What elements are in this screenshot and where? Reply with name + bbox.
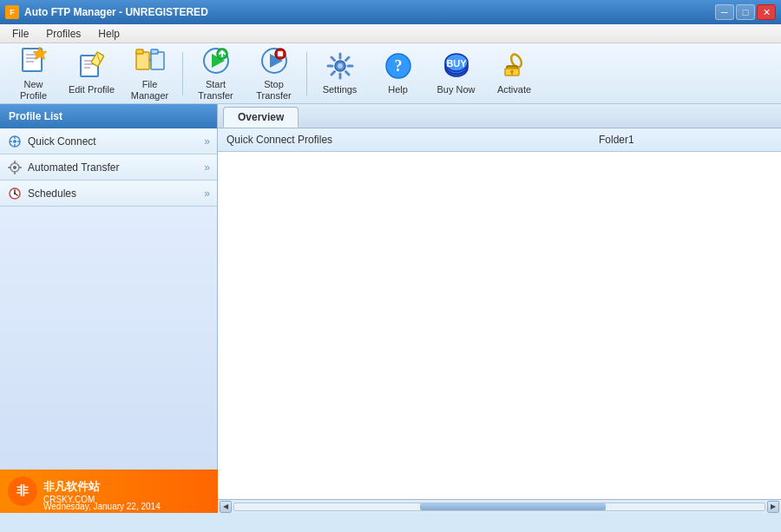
watermark-date: Wednesday, January 22, 2014 [43, 502, 161, 511]
stop-transfer-button[interactable]: Stop Transfer [246, 47, 302, 101]
scrollbar-track[interactable] [233, 502, 765, 511]
app-icon: F [5, 5, 19, 19]
overview-col1-header: Quick Connect Profiles [226, 134, 599, 146]
menu-profiles[interactable]: Profiles [37, 26, 89, 42]
window-title: Auto FTP Manager - UNREGISTERED [24, 6, 208, 18]
file-manager-icon [135, 45, 166, 76]
file-manager-label: File Manager [126, 79, 174, 102]
stop-transfer-label: Stop Transfer [250, 79, 298, 102]
svg-line-28 [331, 57, 335, 61]
activate-icon [499, 50, 530, 82]
menu-file[interactable]: File [3, 26, 37, 42]
separator-2 [306, 52, 307, 95]
new-profile-icon [18, 45, 49, 76]
tab-content: Quick Connect Profiles Folder1 [218, 128, 781, 499]
schedules-icon [7, 186, 23, 201]
quick-connect-label: Quick Connect [28, 135, 199, 148]
close-button[interactable]: ✕ [757, 4, 776, 20]
tab-overview[interactable]: Overview [223, 107, 299, 128]
main-content: Profile List Quick Connect » [0, 104, 781, 513]
svg-point-58 [14, 193, 16, 194]
menu-help[interactable]: Help [89, 26, 128, 42]
quick-connect-icon [7, 134, 23, 149]
new-profile-label: New Profile [10, 79, 57, 102]
settings-button[interactable]: Settings [312, 47, 368, 101]
buy-now-button[interactable]: BUY Buy Now [428, 47, 484, 101]
scroll-left-button[interactable]: ◀ [220, 501, 232, 513]
sidebar-item-schedules[interactable]: Schedules » [0, 181, 217, 207]
overview-header: Quick Connect Profiles Folder1 [218, 128, 781, 152]
profile-list-title: Profile List [9, 110, 62, 122]
schedules-label: Schedules [28, 187, 199, 200]
start-transfer-button[interactable]: Start Transfer [187, 47, 244, 101]
svg-text:BUY: BUY [446, 58, 467, 69]
toolbar: New Profile Edit Profile [0, 43, 781, 104]
start-transfer-icon [200, 45, 232, 76]
svg-text:?: ? [394, 57, 402, 75]
help-button[interactable]: ? Help [370, 47, 426, 101]
svg-line-31 [331, 72, 335, 76]
minimize-button[interactable]: ─ [715, 4, 734, 20]
automated-transfer-icon [7, 160, 23, 175]
svg-line-30 [345, 57, 349, 61]
help-label: Help [388, 84, 408, 95]
edit-profile-icon [76, 50, 108, 82]
svg-rect-11 [136, 52, 149, 69]
content-panel: Overview Quick Connect Profiles Folder1 … [218, 104, 781, 513]
title-bar-left: F Auto FTP Manager - UNREGISTERED [5, 5, 208, 19]
watermark-site: 非凡软件站 [43, 479, 100, 495]
svg-point-44 [13, 140, 16, 143]
separator-1 [182, 52, 183, 95]
sidebar-item-quick-connect[interactable]: Quick Connect » [0, 128, 217, 154]
svg-rect-12 [136, 49, 143, 54]
tab-bar: Overview [218, 104, 781, 128]
svg-text:非: 非 [16, 483, 30, 497]
maximize-button[interactable]: □ [736, 4, 755, 20]
svg-point-23 [338, 63, 343, 69]
sidebar-header: Profile List [0, 104, 217, 128]
svg-rect-13 [151, 52, 164, 69]
overview-body [218, 152, 781, 496]
watermark: 非 非凡软件站 CRSKY.COM Wednesday, January 22,… [0, 470, 218, 513]
file-manager-button[interactable]: File Manager [121, 47, 178, 101]
edit-profile-label: Edit Profile [69, 84, 115, 95]
horizontal-scrollbar[interactable]: ◀ ▶ [218, 499, 781, 513]
quick-connect-arrow: » [204, 135, 210, 148]
svg-rect-14 [151, 49, 158, 54]
stop-transfer-icon [259, 45, 290, 76]
svg-rect-21 [278, 51, 283, 56]
settings-label: Settings [323, 84, 358, 95]
buy-now-icon: BUY [441, 50, 472, 82]
buy-now-label: Buy Now [436, 84, 475, 95]
svg-line-29 [345, 72, 349, 76]
svg-rect-42 [511, 71, 513, 75]
new-profile-button[interactable]: New Profile [5, 47, 62, 101]
start-transfer-label: Start Transfer [192, 79, 240, 102]
activate-button[interactable]: Activate [486, 47, 542, 101]
title-controls: ─ □ ✕ [715, 4, 776, 20]
scrollbar-thumb [420, 503, 606, 510]
scroll-right-button[interactable]: ▶ [767, 501, 779, 513]
sidebar: Profile List Quick Connect » [0, 104, 218, 513]
automated-transfer-arrow: » [204, 161, 210, 174]
sidebar-item-automated-transfer[interactable]: Automated Transfer » [0, 154, 217, 181]
automated-transfer-label: Automated Transfer [28, 161, 199, 174]
title-bar: F Auto FTP Manager - UNREGISTERED ─ □ ✕ [0, 0, 781, 24]
svg-point-50 [13, 166, 16, 169]
activate-label: Activate [497, 84, 531, 95]
menu-bar: File Profiles Help [0, 24, 781, 43]
help-icon: ? [383, 50, 414, 82]
schedules-arrow: » [204, 187, 210, 200]
settings-icon [325, 50, 356, 82]
edit-profile-button[interactable]: Edit Profile [63, 47, 120, 101]
overview-col2-header: Folder1 [599, 134, 772, 146]
